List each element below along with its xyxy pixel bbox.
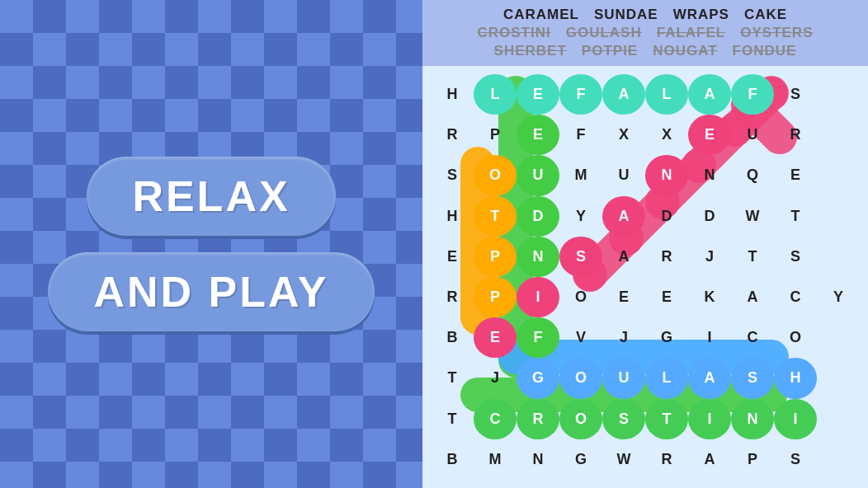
grid-cell[interactable]: P bbox=[474, 237, 517, 277]
grid-cell[interactable]: C bbox=[774, 277, 817, 317]
grid-cell[interactable]: O bbox=[474, 155, 517, 195]
grid-cell[interactable]: D bbox=[688, 196, 731, 237]
grid-cell[interactable] bbox=[817, 155, 860, 195]
grid-cell[interactable]: R bbox=[645, 237, 688, 277]
grid-cell[interactable]: A bbox=[602, 74, 645, 115]
grid-cell[interactable]: B bbox=[431, 439, 474, 480]
word-caramel[interactable]: CARAMEL bbox=[503, 7, 579, 23]
grid-cell[interactable]: N bbox=[517, 439, 559, 480]
grid-cell[interactable]: G bbox=[645, 317, 688, 358]
grid-cell[interactable]: U bbox=[602, 155, 645, 195]
grid-cell[interactable]: R bbox=[431, 115, 474, 155]
grid-cell[interactable]: L bbox=[645, 358, 688, 398]
grid-cell[interactable]: B bbox=[431, 317, 474, 358]
grid-cell[interactable]: P bbox=[731, 439, 774, 480]
grid-cell[interactable]: R bbox=[774, 115, 817, 155]
grid-cell[interactable]: H bbox=[431, 74, 474, 115]
grid-cell[interactable] bbox=[817, 358, 860, 398]
grid-cell[interactable]: S bbox=[774, 439, 817, 480]
grid-cell[interactable]: I bbox=[774, 399, 817, 439]
grid-cell[interactable]: X bbox=[602, 115, 645, 155]
grid-cell[interactable]: H bbox=[431, 196, 474, 237]
grid-cell[interactable]: N bbox=[645, 155, 688, 195]
grid-cell[interactable] bbox=[817, 237, 860, 277]
grid-cell[interactable]: A bbox=[602, 237, 645, 277]
grid-cell[interactable]: A bbox=[688, 439, 731, 480]
grid-cell[interactable]: E bbox=[645, 277, 688, 317]
word-cake[interactable]: CAKE bbox=[744, 7, 787, 23]
grid-cell[interactable]: A bbox=[688, 74, 731, 115]
grid-cell[interactable]: E bbox=[517, 74, 559, 115]
grid-cell[interactable]: C bbox=[474, 399, 517, 439]
grid-cell[interactable] bbox=[817, 115, 860, 155]
grid-cell[interactable]: F bbox=[559, 115, 602, 155]
grid-cell[interactable]: S bbox=[602, 399, 645, 439]
word-wraps[interactable]: WRAPS bbox=[673, 7, 729, 23]
grid-cell[interactable]: T bbox=[431, 358, 474, 398]
grid-cell[interactable] bbox=[817, 74, 860, 115]
grid-cell[interactable]: P bbox=[474, 115, 517, 155]
grid-cell[interactable]: O bbox=[559, 399, 602, 439]
grid-cell[interactable]: L bbox=[474, 74, 517, 115]
grid-cell[interactable]: U bbox=[517, 155, 559, 195]
grid-cell[interactable]: N bbox=[731, 399, 774, 439]
grid-cell[interactable] bbox=[817, 399, 860, 439]
grid-cell[interactable]: U bbox=[731, 115, 774, 155]
grid-cell[interactable]: R bbox=[517, 399, 559, 439]
grid-cell[interactable]: N bbox=[517, 237, 559, 277]
word-sundae[interactable]: SUNDAE bbox=[594, 7, 658, 23]
grid-cell[interactable]: E bbox=[474, 317, 517, 358]
grid-cell[interactable]: R bbox=[431, 277, 474, 317]
grid-cell[interactable]: S bbox=[774, 237, 817, 277]
grid-cell[interactable]: S bbox=[559, 237, 602, 277]
grid-cell[interactable]: X bbox=[645, 115, 688, 155]
grid-cell[interactable]: A bbox=[602, 196, 645, 237]
word-potpie[interactable]: POTPIE bbox=[582, 43, 638, 59]
grid-cell[interactable]: E bbox=[602, 277, 645, 317]
grid-cell[interactable]: M bbox=[474, 439, 517, 480]
grid-cell[interactable]: G bbox=[559, 439, 602, 480]
word-oysters[interactable]: OYSTERS bbox=[740, 25, 813, 41]
grid-cell[interactable]: I bbox=[688, 317, 731, 358]
grid-cell[interactable] bbox=[817, 439, 860, 480]
grid-cell[interactable]: N bbox=[688, 155, 731, 195]
grid-cell[interactable]: T bbox=[431, 399, 474, 439]
grid-cell[interactable]: D bbox=[645, 196, 688, 237]
grid-cell[interactable]: F bbox=[559, 74, 602, 115]
grid-cell[interactable]: K bbox=[688, 277, 731, 317]
grid-cell[interactable]: E bbox=[688, 115, 731, 155]
grid-cell[interactable]: O bbox=[559, 358, 602, 398]
grid-cell[interactable]: G bbox=[517, 358, 559, 398]
grid-cell[interactable]: U bbox=[602, 358, 645, 398]
word-nougat[interactable]: NOUGAT bbox=[653, 43, 717, 59]
word-goulash[interactable]: GOULASH bbox=[566, 25, 642, 41]
word-fondue[interactable]: FONDUE bbox=[733, 43, 797, 59]
grid-cell[interactable] bbox=[817, 196, 860, 237]
grid-cell[interactable]: E bbox=[431, 237, 474, 277]
grid-cell[interactable]: W bbox=[731, 196, 774, 237]
word-search-grid[interactable]: HLEFALAFSRPEFXXEURSOUMUNNQEHTDYADDWTEPNS… bbox=[431, 74, 860, 480]
grid-cell[interactable]: Q bbox=[731, 155, 774, 195]
grid-cell[interactable]: C bbox=[731, 317, 774, 358]
grid-cell[interactable]: J bbox=[688, 237, 731, 277]
grid-cell[interactable]: F bbox=[731, 74, 774, 115]
grid-cell[interactable]: T bbox=[731, 237, 774, 277]
word-crostini[interactable]: CROSTINI bbox=[478, 25, 551, 41]
grid-cell[interactable]: S bbox=[431, 155, 474, 195]
grid-cell[interactable]: E bbox=[517, 115, 559, 155]
grid-cell[interactable]: M bbox=[559, 155, 602, 195]
word-falafel[interactable]: FALAFEL bbox=[657, 25, 726, 41]
grid-cell[interactable]: O bbox=[774, 317, 817, 358]
grid-cell[interactable]: O bbox=[559, 277, 602, 317]
grid-cell[interactable]: T bbox=[774, 196, 817, 237]
grid-cell[interactable]: A bbox=[731, 277, 774, 317]
grid-cell[interactable]: T bbox=[645, 399, 688, 439]
grid-cell[interactable] bbox=[817, 317, 860, 358]
grid-cell[interactable]: E bbox=[774, 155, 817, 195]
grid-cell[interactable]: H bbox=[774, 358, 817, 398]
grid-cell[interactable]: V bbox=[559, 317, 602, 358]
grid-cell[interactable]: W bbox=[602, 439, 645, 480]
grid-cell[interactable]: A bbox=[688, 358, 731, 398]
grid-cell[interactable]: S bbox=[731, 358, 774, 398]
grid-cell[interactable]: F bbox=[517, 317, 559, 358]
